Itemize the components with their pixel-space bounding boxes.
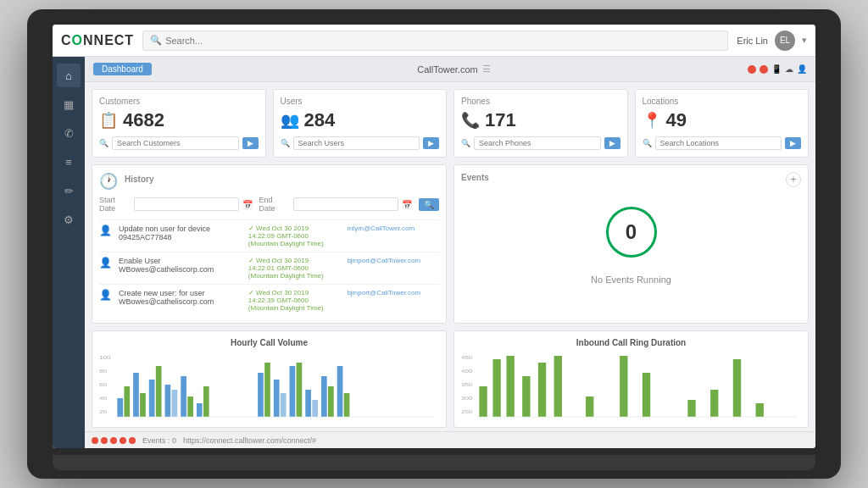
svg-rect-43	[643, 373, 650, 417]
svg-rect-47	[756, 403, 764, 417]
sidebar-item-list[interactable]: ≡	[57, 150, 81, 174]
menu-icon: ☰	[482, 64, 491, 75]
sub-header-center: CallTower.com ☰	[160, 64, 748, 75]
history-row-1: 👤 Update non user for device 09425AC7784…	[99, 219, 439, 252]
history-time-3: ✓ Wed Oct 30 201914:22:39 GMT-0600(Mount…	[248, 289, 341, 312]
svg-text:60: 60	[99, 382, 107, 388]
hourly-call-area: 100 80 60 40 20	[99, 352, 439, 420]
status-red-1	[748, 65, 756, 74]
svg-rect-24	[312, 400, 318, 417]
history-email-2: bjmport@CallTower.com	[347, 257, 439, 264]
start-date-input[interactable]	[134, 197, 239, 211]
icon-cloud-header: ☁	[785, 64, 793, 74]
hourly-call-title: Hourly Call Volume	[99, 338, 439, 347]
locations-search-button[interactable]: ▶	[785, 137, 801, 149]
locations-search[interactable]: 🔍 ▶	[643, 136, 802, 150]
svg-text:400: 400	[461, 369, 472, 374]
search-input[interactable]	[165, 36, 721, 46]
phones-search[interactable]: 🔍 ▶	[461, 136, 620, 150]
customers-search-input[interactable]	[112, 136, 239, 150]
svg-rect-37	[506, 356, 514, 417]
svg-rect-45	[710, 390, 718, 417]
svg-rect-9	[149, 380, 155, 417]
users-search-button[interactable]: ▶	[423, 137, 439, 149]
inbound-ring-chart: Inbound Call Ring Duration 450 400 350 3…	[453, 330, 809, 428]
search-icon: 🔍	[150, 35, 162, 46]
users-title: Users	[281, 97, 440, 106]
sdot-1	[92, 437, 98, 444]
laptop-base	[53, 455, 815, 470]
search-icon-customers: 🔍	[99, 139, 108, 147]
phones-title: Phones	[461, 97, 620, 106]
svg-rect-28	[344, 393, 350, 417]
phones-icon: 📞	[461, 111, 480, 130]
status-bar: Events : 0 https://connect.calltower.com…	[85, 431, 815, 448]
svg-rect-11	[165, 385, 171, 417]
customers-icon: 📋	[99, 111, 118, 130]
users-search[interactable]: 🔍 ▶	[281, 136, 440, 150]
svg-rect-12	[172, 390, 178, 417]
search-icon-phones: 🔍	[461, 139, 470, 147]
status-red-2	[760, 65, 768, 74]
svg-rect-38	[522, 376, 530, 417]
customers-title: Customers	[99, 97, 259, 106]
end-date-field: End Date 📅	[259, 196, 413, 213]
sdot-4	[120, 437, 126, 444]
phones-search-button[interactable]: ▶	[604, 137, 620, 149]
sidebar-item-dashboard[interactable]: ▦	[57, 92, 81, 116]
end-date-input[interactable]	[293, 197, 398, 211]
hourly-call-chart: Hourly Call Volume 100 80 60 40 20	[92, 330, 447, 428]
locations-title: Locations	[643, 97, 802, 106]
user-menu: Eric Lin EL ▾	[737, 30, 807, 51]
start-date-label: Start Date	[99, 196, 131, 213]
history-desc-1: Update non user for device 09425AC77848	[119, 225, 242, 241]
locations-search-input[interactable]	[655, 136, 782, 150]
status-dots	[92, 437, 136, 444]
events-expand-button[interactable]: +	[786, 172, 801, 187]
sidebar-item-home[interactable]: ⌂	[57, 64, 81, 87]
url-label: https://connect.calltower.com/connect/#	[183, 436, 316, 445]
sidebar-item-phone[interactable]: ✆	[57, 121, 81, 145]
user-icon-1: 👤	[99, 225, 112, 236]
search-icon-users: 🔍	[281, 139, 290, 147]
svg-rect-42	[620, 356, 627, 417]
svg-text:300: 300	[461, 396, 472, 402]
calendar-icon-start: 📅	[242, 200, 253, 209]
svg-rect-13	[181, 376, 186, 417]
svg-text:40: 40	[99, 396, 107, 402]
date-row: Start Date 📅 End Date 📅	[99, 196, 439, 213]
events-header: Events +	[461, 172, 801, 187]
svg-rect-23	[305, 390, 311, 417]
svg-rect-36	[492, 359, 500, 417]
svg-rect-8	[140, 393, 146, 417]
events-title: Events	[461, 173, 489, 182]
svg-rect-41	[586, 396, 593, 417]
customers-search[interactable]: 🔍 ▶	[99, 136, 259, 150]
status-indicators: 📱 ☁ 👤	[748, 64, 807, 74]
history-desc-2: Enable User WBowes@catheliscorp.com	[119, 257, 242, 274]
svg-rect-5	[117, 398, 123, 417]
user-icon-3: 👤	[99, 289, 112, 301]
stat-cards: Customers 📋 4682 🔍 ▶	[92, 89, 809, 158]
history-search-button[interactable]: 🔍	[419, 198, 439, 211]
history-row-3: 👤 Create new user: for user WBowes@cathe…	[99, 284, 439, 316]
tab-dashboard[interactable]: Dashboard	[93, 63, 152, 75]
users-icon: 👥	[281, 111, 299, 130]
phones-search-input[interactable]	[474, 136, 601, 150]
events-count-label: Events : 0	[142, 436, 176, 445]
users-value: 👥 284	[281, 109, 440, 131]
customers-search-button[interactable]: ▶	[242, 137, 259, 149]
inbound-ring-title: Inbound Call Ring Duration	[461, 338, 801, 347]
history-email-1: mtym@CallTower.com	[347, 225, 439, 232]
avatar[interactable]: EL	[775, 30, 795, 51]
sidebar-item-settings[interactable]: ⚙	[57, 208, 81, 231]
calltower-label: CallTower.com	[417, 64, 478, 75]
logo: CONNECT	[61, 33, 134, 48]
sdot-3	[110, 437, 117, 444]
history-time-1: ✓ Wed Oct 30 201914:22:09 GMT-0600(Mount…	[248, 225, 341, 247]
sidebar-item-edit[interactable]: ✏	[57, 179, 81, 202]
users-search-input[interactable]	[293, 136, 420, 150]
svg-rect-18	[264, 363, 270, 417]
svg-rect-7	[133, 373, 139, 417]
global-search[interactable]: 🔍	[142, 30, 728, 51]
